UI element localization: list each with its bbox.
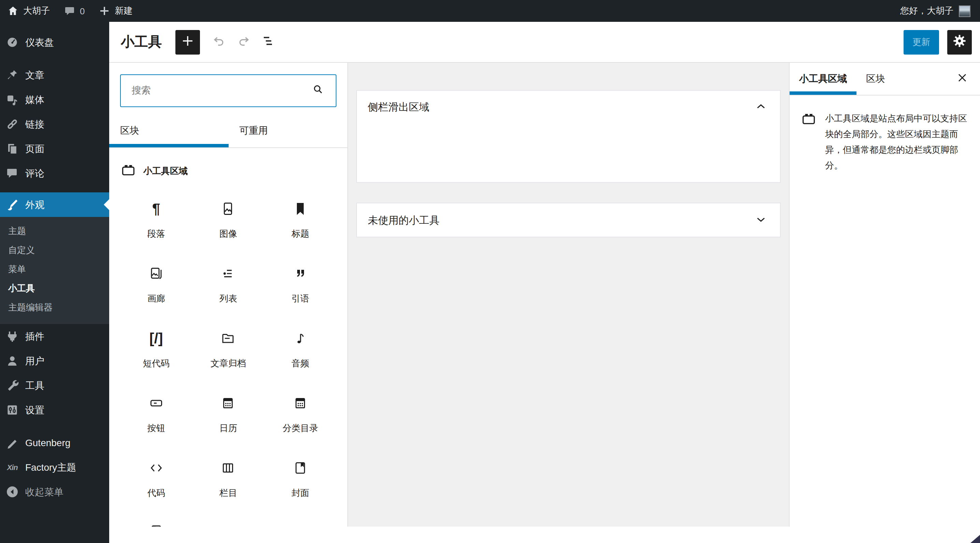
- new-label: 新建: [115, 5, 132, 17]
- sidebar-item-label: Gutenberg: [25, 437, 70, 449]
- submenu-item[interactable]: 主题编辑器: [0, 298, 109, 317]
- search-input[interactable]: 搜索: [120, 75, 336, 107]
- admin-bar-site[interactable]: 大胡子: [7, 5, 50, 17]
- sidebar-item-media[interactable]: 媒体: [0, 87, 109, 112]
- close-sidebar-button[interactable]: [951, 68, 973, 90]
- code-icon: [148, 460, 164, 476]
- chevron-up-icon: [753, 98, 769, 116]
- block-item-label: 段落: [147, 228, 165, 240]
- sidebar-item-appearance[interactable]: 外观: [0, 192, 109, 217]
- block-item-label: 引语: [291, 293, 309, 305]
- sidebar-item-users[interactable]: 用户: [0, 349, 109, 373]
- tab-blocks[interactable]: 区块: [109, 113, 228, 147]
- sidebar-item-label: 工具: [25, 379, 45, 392]
- admin-bar-comments[interactable]: 0: [64, 5, 84, 17]
- block-item-code[interactable]: 代码: [120, 448, 192, 512]
- sidebar-item-label: 用户: [25, 355, 45, 367]
- paragraph-icon: ¶: [152, 200, 160, 217]
- block-item-quote[interactable]: 引语: [264, 253, 336, 318]
- quote-icon: [292, 265, 309, 282]
- sidebar-item-tools[interactable]: 工具: [0, 373, 109, 398]
- sidebar-item-collapse[interactable]: 收起菜单: [0, 479, 109, 504]
- description-text: 小工具区域是站点布局中可以支持区块的全局部分。这些区域因主题而异，但通常都是您的…: [825, 111, 969, 174]
- sidebar-item-pages[interactable]: 页面: [0, 137, 109, 161]
- block-item-label: 标题: [291, 228, 309, 240]
- redo-button[interactable]: [231, 30, 256, 54]
- widget-area-icon: [800, 111, 817, 174]
- sidebar-item-links[interactable]: 链接: [0, 112, 109, 137]
- list-view-button[interactable]: [256, 30, 280, 54]
- block-item-button[interactable]: 按钮: [120, 383, 192, 448]
- submenu-item[interactable]: 菜单: [0, 260, 109, 279]
- comments-count: 0: [80, 6, 84, 16]
- plus-icon: [98, 5, 111, 17]
- heading-icon: [292, 200, 309, 217]
- submenu-item[interactable]: 自定义: [0, 241, 109, 260]
- widget-areas-description: 小工具区域是站点布局中可以支持区块的全局部分。这些区域因主题而异，但通常都是您的…: [790, 95, 980, 174]
- sidebar-item-plugins[interactable]: 插件: [0, 324, 109, 349]
- redo-icon: [235, 33, 252, 51]
- admin-bar-howdy[interactable]: 您好，大胡子: [900, 5, 953, 17]
- sidebar-item-posts[interactable]: 文章: [0, 63, 109, 87]
- xin-icon: Xin: [5, 460, 19, 474]
- admin-bar: 大胡子 0 新建 您好，大胡子: [0, 0, 980, 22]
- tab-reusable[interactable]: 可重用: [228, 113, 347, 147]
- settings-sidebar: 小工具区域 区块 小工具区域是站点布局中可以支持区块的全局部分。这些区域因主题而…: [789, 63, 980, 527]
- media-icon: [5, 93, 19, 106]
- audio-icon: [292, 330, 309, 346]
- block-item-group[interactable]: [264, 512, 336, 527]
- close-icon: [954, 70, 970, 88]
- settings-toggle[interactable]: [947, 30, 972, 54]
- block-item-columns[interactable]: 栏目: [192, 448, 264, 512]
- block-item-label: 图像: [220, 228, 237, 240]
- sidebar-item-xin[interactable]: XinFactory主题: [0, 455, 109, 479]
- links-icon: [5, 117, 19, 131]
- sidebar-item-label: 仪表盘: [25, 36, 54, 48]
- sidebar-item-comments[interactable]: 评论: [0, 161, 109, 186]
- sidebar-item-dashboard[interactable]: 仪表盘: [0, 30, 109, 55]
- block-item-list[interactable]: 列表: [192, 253, 264, 318]
- undo-button[interactable]: [207, 30, 231, 54]
- gutenberg-icon: [5, 436, 19, 449]
- block-inserter-panel: 搜索 区块 可重用 小工具区域 ¶段落图像标题画廊列表引语[/]短代码文章归档音…: [109, 63, 348, 527]
- sidebar-item-gutenberg[interactable]: Gutenberg: [0, 430, 109, 455]
- undo-icon: [211, 33, 227, 51]
- tab-block[interactable]: 区块: [856, 63, 895, 95]
- block-item-file[interactable]: [192, 512, 264, 527]
- submenu-item[interactable]: 主题: [0, 222, 109, 241]
- block-item-calendar[interactable]: 日历: [192, 383, 264, 448]
- block-item-archives[interactable]: 文章归档: [192, 318, 264, 383]
- panel-header-inactive[interactable]: 未使用的小工具: [357, 203, 780, 238]
- block-item-image[interactable]: 图像: [192, 188, 264, 253]
- panel-header-sidebar[interactable]: 侧栏滑出区域: [357, 91, 780, 124]
- sidebar-item-label: Factory主题: [25, 461, 76, 473]
- submenu-item[interactable]: 小工具: [0, 279, 109, 298]
- block-item-heading[interactable]: 标题: [264, 188, 336, 253]
- widget-area-panel-sidebar: 侧栏滑出区域: [356, 90, 781, 183]
- avatar[interactable]: [959, 5, 970, 17]
- block-item-audio[interactable]: 音频: [264, 318, 336, 383]
- sidebar-item-label: 收起菜单: [25, 486, 64, 498]
- sidebar-item-label: 外观: [25, 198, 45, 211]
- calendar-icon: [220, 395, 237, 411]
- tab-widget-areas[interactable]: 小工具区域: [790, 63, 856, 95]
- block-item-paragraph[interactable]: ¶段落: [120, 188, 192, 253]
- section-label: 小工具区域: [143, 165, 188, 177]
- list-view-icon: [260, 33, 277, 51]
- users-icon: [5, 354, 19, 368]
- block-item-label: 画廊: [147, 293, 165, 305]
- widget-area-icon: [120, 162, 137, 180]
- block-item-categories[interactable]: 分类目录: [264, 383, 336, 448]
- button-icon: [148, 395, 164, 411]
- categories-icon: [292, 395, 309, 411]
- block-item-custom-html[interactable]: [120, 512, 192, 527]
- block-item-shortcode[interactable]: [/]短代码: [120, 318, 192, 383]
- admin-bar-new[interactable]: 新建: [98, 5, 132, 17]
- block-item-gallery[interactable]: 画廊: [120, 253, 192, 318]
- block-item-label: 栏目: [220, 487, 237, 499]
- update-button[interactable]: 更新: [904, 30, 939, 54]
- group-icon: [292, 525, 309, 527]
- sidebar-item-settings[interactable]: 设置: [0, 398, 109, 422]
- block-inserter-toggle[interactable]: [175, 30, 200, 54]
- block-item-cover[interactable]: 封面: [264, 448, 336, 512]
